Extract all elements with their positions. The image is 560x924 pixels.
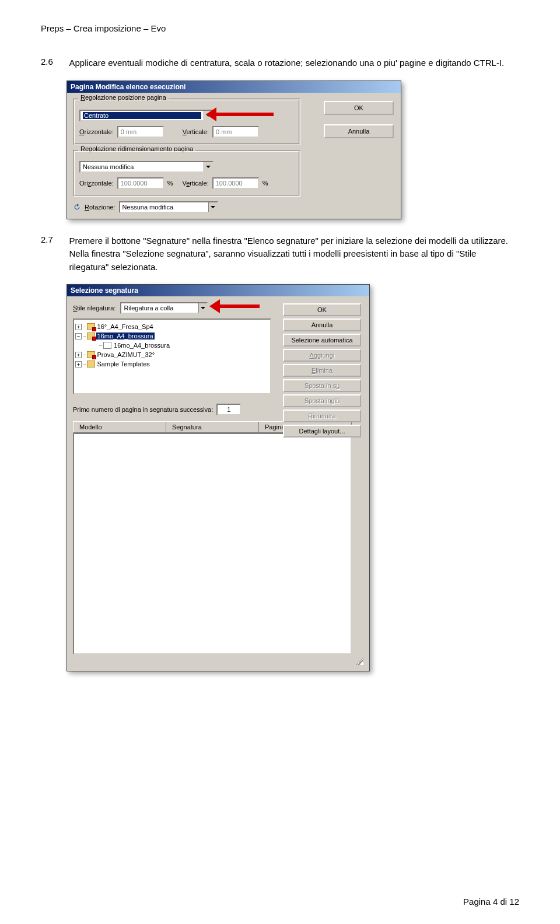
rotation-combo[interactable]: Nessuna modifica <box>119 201 218 213</box>
tree-label: 16°_A4_Fresa_Sp4 <box>96 323 155 330</box>
rotation-combo-value: Nessuna modifica <box>120 202 208 212</box>
renumber-button[interactable]: Rinumera <box>283 410 361 422</box>
dialog-title: Selezione segnatura <box>67 285 369 296</box>
annotation-arrow-icon <box>214 111 284 117</box>
expand-icon[interactable]: + <box>75 324 82 330</box>
collapse-icon[interactable]: − <box>75 333 82 340</box>
first-page-number-label: Primo numero di pagina in segnatura succ… <box>73 406 213 413</box>
bottom-bar <box>73 656 363 665</box>
tree-item[interactable]: + ··· Sample Templates <box>75 359 269 369</box>
tree-label: 16mo_A4_brossura <box>96 332 155 340</box>
move-down-button[interactable]: Sposta in giù <box>283 394 361 407</box>
ok-button[interactable]: OK <box>283 303 361 316</box>
col-model[interactable]: Modello <box>74 422 166 432</box>
first-page-number-input[interactable]: 1 <box>216 404 241 415</box>
dialog-select-signature: Selezione segnatura Stile rilegatura: Ri… <box>66 284 370 671</box>
add-button[interactable]: Aggiungi <box>283 349 361 362</box>
position-combo-value: Centrato <box>83 112 201 119</box>
chevron-down-icon[interactable] <box>198 303 206 313</box>
percent-label: % <box>167 180 173 187</box>
page-footer: Pagina 4 di 12 <box>463 897 519 907</box>
tree-item[interactable]: − ··· 16mo_A4_brossura <box>75 331 269 341</box>
rotate-icon[interactable] <box>73 203 81 211</box>
group-title: Regolazione posizione pagina <box>78 94 169 101</box>
section-text: Premere il bottone "Segnature" nella fin… <box>69 235 512 274</box>
move-up-button[interactable]: Sposta in su <box>283 379 361 392</box>
binding-style-value: Rilegatura a colla <box>121 303 198 313</box>
section-number: 2.7 <box>41 235 66 244</box>
folder-icon <box>87 323 95 330</box>
tree-item[interactable]: + ··· Prova_AZIMUT_32° <box>75 350 269 359</box>
document-header: Preps – Crea imposizione – Evo <box>41 23 519 33</box>
horiz-label: Orizzontale: <box>79 128 114 135</box>
chevron-down-icon[interactable] <box>204 162 212 172</box>
template-tree[interactable]: + ··· 16°_A4_Fresa_Sp4 − ··· 16mo_A4_bro… <box>73 318 271 394</box>
cancel-button[interactable]: Annulla <box>283 318 361 331</box>
folder-icon <box>87 360 95 368</box>
vert-input[interactable]: 100.0000 <box>212 177 259 189</box>
expand-icon[interactable]: + <box>75 352 82 358</box>
section-2-6: 2.6 Applicare eventuali modiche di centr… <box>41 57 519 70</box>
section-number: 2.6 <box>41 57 66 66</box>
resize-combo-value: Nessuna modifica <box>80 162 204 172</box>
dialog-page-edit: Pagina Modifica elenco esecuzioni Regola… <box>66 80 401 219</box>
folder-icon <box>87 332 95 340</box>
chevron-down-icon[interactable] <box>208 202 217 212</box>
horiz-label: Orizzontale: <box>79 180 114 187</box>
binding-style-label: Stile rilegatura: <box>73 304 116 312</box>
vert-label: Verticale: <box>182 180 208 187</box>
tree-item[interactable]: + ··· 16°_A4_Fresa_Sp4 <box>75 322 269 331</box>
tree-label: 16mo_A4_brossura <box>113 342 171 349</box>
expand-icon[interactable]: + <box>75 361 82 368</box>
vert-label: Verticale: <box>183 128 209 135</box>
cancel-button[interactable]: Annulla <box>324 124 394 138</box>
tree-label: Prova_AZIMUT_32° <box>96 351 156 358</box>
ok-button[interactable]: OK <box>324 101 394 115</box>
annotation-arrow-icon <box>218 303 270 309</box>
horiz-input[interactable]: 100.0000 <box>117 177 164 189</box>
layout-details-button[interactable]: Dettagli layout... <box>283 425 361 438</box>
rotation-row: Rotazione: Nessuna modifica <box>73 201 306 213</box>
delete-button[interactable]: Elimina <box>283 364 361 377</box>
resize-combo[interactable]: Nessuna modifica <box>79 161 214 173</box>
signature-list[interactable] <box>73 433 352 654</box>
percent-label: % <box>262 180 268 187</box>
col-signature[interactable]: Segnatura <box>166 422 259 432</box>
horiz-input[interactable]: 0 mm <box>117 126 164 138</box>
resize-grip-icon[interactable] <box>354 656 363 665</box>
dialog-title: Pagina Modifica elenco esecuzioni <box>67 81 401 93</box>
group-position: Regolazione posizione pagina Centrato Or… <box>73 99 300 145</box>
binding-style-combo[interactable]: Rilegatura a colla <box>120 302 208 314</box>
section-text: Applicare eventuali modiche di centratur… <box>69 57 512 70</box>
rotation-label: Rotazione: <box>85 204 116 211</box>
tree-item[interactable]: ···· 16mo_A4_brossura <box>75 341 269 350</box>
tree-label: Sample Templates <box>96 360 151 368</box>
auto-select-button[interactable]: Selezione automatica <box>283 334 361 346</box>
position-combo[interactable]: Centrato <box>79 110 214 121</box>
vert-input[interactable]: 0 mm <box>212 126 259 138</box>
folder-icon <box>87 351 95 358</box>
section-2-7: 2.7 Premere il bottone "Segnature" nella… <box>41 235 519 274</box>
group-resize: Regolazione ridimensionamento pagina Nes… <box>73 150 300 197</box>
page-icon <box>103 342 111 349</box>
group-title: Regolazione ridimensionamento pagina <box>78 145 195 152</box>
